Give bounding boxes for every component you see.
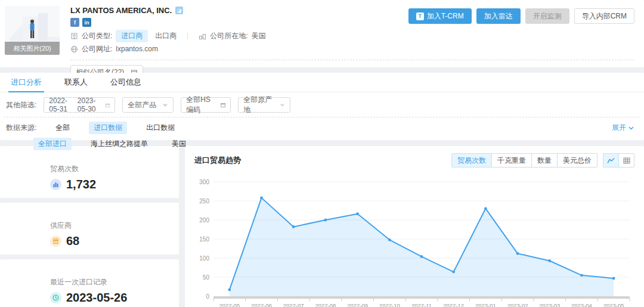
add-tcrm-button[interactable]: T 加入T-CRM xyxy=(408,8,472,24)
svg-text:2023-05: 2023-05 xyxy=(603,302,624,307)
data-source-sub-row: 全部进口 海上丝绸之路提单 美国 xyxy=(0,134,644,150)
origin-value: 全部原产地 xyxy=(243,95,275,115)
header-actions: T 加入T-CRM 加入雷达 开启监测 导入内部CRM xyxy=(408,8,634,24)
chevron-down-icon xyxy=(628,125,634,131)
location-value: 美国 xyxy=(252,31,266,41)
chart-controls: 贸易次数 千克重量 数量 美元总价 xyxy=(451,153,634,168)
calendar-icon xyxy=(106,102,110,108)
tcrm-icon: T xyxy=(416,13,424,20)
svg-text:2023-03: 2023-03 xyxy=(539,302,560,307)
linkedin-icon[interactable]: in xyxy=(82,18,91,27)
svg-text:2022-10: 2022-10 xyxy=(379,302,400,307)
location-org-icon xyxy=(199,32,206,40)
panel-icon xyxy=(221,102,225,108)
svg-text:250: 250 xyxy=(199,198,209,204)
vertical-divider xyxy=(187,33,188,39)
import-crm-button[interactable]: 导入内部CRM xyxy=(574,8,634,24)
stat-value: 1,732 xyxy=(66,178,96,191)
filter-label: 其他筛选: xyxy=(6,100,36,110)
svg-text:2022-08: 2022-08 xyxy=(315,302,336,307)
svg-text:2022-05: 2022-05 xyxy=(219,302,240,307)
tab-company-info[interactable]: 公司信息 xyxy=(110,73,141,92)
add-radar-button[interactable]: 加入雷达 xyxy=(476,8,521,24)
exporter-tag[interactable]: 出口商 xyxy=(155,31,177,41)
related-images-label[interactable]: 相关图片(20) xyxy=(5,42,60,55)
expand-label: 展开 xyxy=(612,123,626,133)
shop-icon xyxy=(50,235,61,247)
tabs-bar: 进口分析 联系人 公司信息 xyxy=(0,73,644,92)
table-view-button[interactable] xyxy=(618,153,634,168)
metric-usd-total[interactable]: 美元总价 xyxy=(557,153,597,168)
metric-trade-count[interactable]: 贸易次数 xyxy=(451,153,492,168)
origin-select[interactable]: 全部原产地 xyxy=(238,97,290,113)
stat-card-trade-count: 贸易次数 1,732 xyxy=(0,146,179,198)
analysis-section: 进口分析 联系人 公司信息 其他筛选: 2022-05-31 2023-05-3… xyxy=(0,73,644,140)
expand-toggle[interactable]: 展开 xyxy=(612,123,634,133)
line-chart-icon xyxy=(607,157,615,164)
metric-quantity[interactable]: 数量 xyxy=(531,153,558,168)
metric-toggle-group: 贸易次数 千克重量 数量 美元总价 xyxy=(451,153,597,168)
hs-code-select[interactable]: 全部HS编码 xyxy=(181,97,231,113)
date-end: 2023-05-30 xyxy=(78,97,101,113)
main-content: 贸易次数 1,732 供应商 xyxy=(0,146,644,307)
company-image[interactable]: 相关图片(20) xyxy=(5,6,60,55)
sub-option-silk-road[interactable]: 海上丝绸之路提单 xyxy=(86,138,153,150)
facebook-icon[interactable]: f xyxy=(70,18,79,27)
date-start: 2022-05-31 xyxy=(49,97,72,113)
tab-import-analysis[interactable]: 进口分析 xyxy=(11,73,42,92)
date-range-picker[interactable]: 2022-05-31 2023-05-30 xyxy=(44,97,115,113)
source-option-all[interactable]: 全部 xyxy=(51,122,75,134)
importer-tag[interactable]: 进口商 xyxy=(116,30,148,42)
building-icon xyxy=(70,32,78,40)
data-source-row: 数据来源: 全部 进口数据 出口数据 xyxy=(0,117,644,134)
company-type-label: 公司类型: xyxy=(82,31,112,41)
table-grid-icon xyxy=(623,157,630,164)
page: 相关图片(20) LX PANTOS AMERICA, INC. ◪ f in … xyxy=(0,0,644,307)
start-monitor-button[interactable]: 开启监测 xyxy=(525,8,569,24)
import-trend-card: 进口贸易趋势 贸易次数 千克重量 数量 美元总价 xyxy=(185,146,644,307)
sub-option-usa[interactable]: 美国 xyxy=(167,138,191,150)
stat-value: 68 xyxy=(66,234,79,248)
view-toggle-group xyxy=(603,153,634,168)
svg-text:100: 100 xyxy=(199,255,209,262)
svg-text:2022-06: 2022-06 xyxy=(251,302,272,307)
location-label: 公司所在地: xyxy=(210,31,247,41)
product-select[interactable]: 全部产品 xyxy=(122,97,174,113)
stat-card-suppliers: 供应商 68 xyxy=(0,203,179,255)
data-source-label: 数据来源: xyxy=(6,123,36,133)
import-crm-label: 导入内部CRM xyxy=(582,11,627,21)
company-header-card: 相关图片(20) LX PANTOS AMERICA, INC. ◪ f in … xyxy=(0,0,644,67)
import-trend-chart[interactable]: 0501001502002503002022-052022-062022-072… xyxy=(194,173,634,307)
svg-text:2022-11: 2022-11 xyxy=(411,302,432,307)
svg-text:2023-01: 2023-01 xyxy=(475,302,496,307)
filter-row: 其他筛选: 2022-05-31 2023-05-30 全部产品 全部HS编码 xyxy=(0,92,644,117)
stat-card-last-import: 最近一次进口记录 2023-05-26 xyxy=(0,259,179,307)
svg-text:50: 50 xyxy=(203,274,210,281)
clock-icon xyxy=(50,292,61,303)
globe-icon xyxy=(70,45,78,53)
source-option-export[interactable]: 出口数据 xyxy=(141,122,179,134)
svg-text:2022-12: 2022-12 xyxy=(443,302,464,307)
metric-kg-weight[interactable]: 千克重量 xyxy=(491,153,532,168)
stat-value: 2023-05-26 xyxy=(66,291,127,305)
product-value: 全部产品 xyxy=(128,100,156,110)
svg-text:2023-02: 2023-02 xyxy=(507,302,528,307)
svg-text:150: 150 xyxy=(199,236,209,243)
stat-label: 供应商 xyxy=(50,221,179,231)
stats-column: 贸易次数 1,732 供应商 xyxy=(0,146,179,307)
bar-chart-icon xyxy=(50,179,61,190)
website-value[interactable]: lxpantos.com xyxy=(116,45,158,53)
sub-option-all-import[interactable]: 全部进口 xyxy=(33,138,72,150)
chart-header: 进口贸易趋势 贸易次数 千克重量 数量 美元总价 xyxy=(194,153,634,168)
svg-text:2022-09: 2022-09 xyxy=(347,302,368,307)
add-radar-label: 加入雷达 xyxy=(484,11,513,21)
line-chart-view-button[interactable] xyxy=(603,153,619,168)
chevron-down-icon xyxy=(162,102,168,108)
svg-text:200: 200 xyxy=(199,217,209,224)
svg-text:2022-07: 2022-07 xyxy=(283,302,304,307)
company-badge-icon[interactable]: ◪ xyxy=(175,7,183,14)
source-option-import[interactable]: 进口数据 xyxy=(89,122,127,134)
tab-contacts[interactable]: 联系人 xyxy=(64,73,88,92)
website-label: 公司网址: xyxy=(82,44,112,54)
svg-text:300: 300 xyxy=(199,179,209,185)
